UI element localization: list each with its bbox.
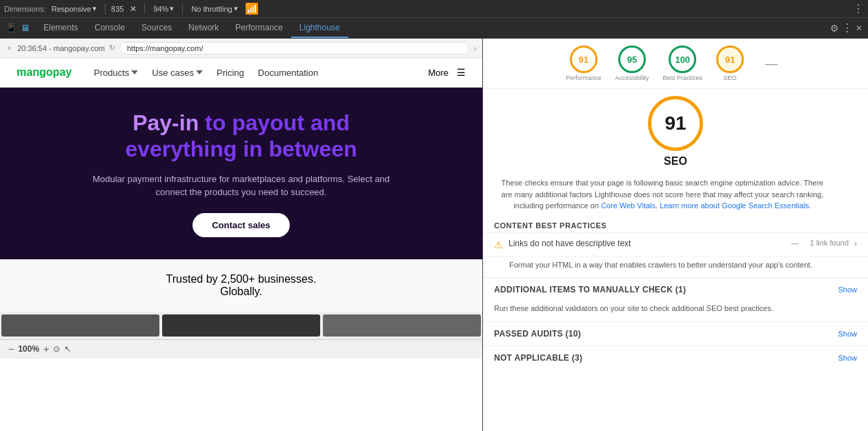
width-group: 835: [111, 5, 124, 13]
audit-separator: —: [791, 239, 799, 247]
browser-bar: ＋ 20:36:54 - mangopay.com ↻ https://mang…: [0, 39, 482, 58]
wifi-icon[interactable]: 📶: [245, 2, 259, 15]
audit-row-links[interactable]: ⚠ Links do not have descriptive text — 1…: [483, 232, 868, 256]
device-desktop-icon[interactable]: 🖥: [21, 23, 30, 33]
fail-dash: —: [765, 57, 778, 71]
not-applicable-label: NOT APPLICABLE (3): [494, 353, 582, 363]
additional-items-desc: Run these additional validators on your …: [483, 301, 868, 321]
chevron-down-icon-scale: ▾: [170, 4, 174, 13]
score-seo[interactable]: 91 SEO: [716, 46, 744, 81]
fit-screen-button[interactable]: ⊙: [53, 344, 60, 354]
browser-preview-panel: ＋ 20:36:54 - mangopay.com ↻ https://mang…: [0, 39, 483, 431]
performance-value: 91: [578, 54, 588, 65]
close-width-button[interactable]: ✕: [128, 3, 139, 14]
seo-score-label: SEO: [724, 74, 737, 81]
strip-item-1: [1, 314, 159, 337]
scale-select[interactable]: 94% ▾: [150, 3, 177, 14]
chevron-down-icon-products: [131, 69, 138, 76]
cursor-mode-button[interactable]: ↖: [64, 344, 71, 354]
tab-console[interactable]: Console: [86, 18, 133, 38]
zoom-bar: − 100% + ⊙ ↖: [0, 339, 482, 359]
content-best-practices-header: CONTENT BEST PRACTICES: [483, 216, 868, 232]
additional-items-label: ADDITIONAL ITEMS TO MANUALLY CHECK (1): [494, 285, 686, 294]
tab-elements[interactable]: Elements: [35, 18, 86, 38]
tab-network[interactable]: Network: [180, 18, 227, 38]
width-value: 835: [111, 5, 124, 13]
nav-more-label[interactable]: More: [428, 68, 448, 78]
passed-audits-show[interactable]: Show: [838, 330, 857, 338]
forward-icon[interactable]: ›: [473, 43, 477, 54]
performance-circle: 91: [570, 46, 598, 73]
score-performance[interactable]: 91 Performance: [566, 46, 602, 81]
strip-item-3: [323, 314, 481, 337]
not-applicable-show[interactable]: Show: [838, 354, 857, 362]
settings-icon[interactable]: ⚙: [830, 23, 839, 34]
devtools-toolbar: Dimensions: Responsive ▾ 835 ✕ 94% ▾ No …: [0, 0, 868, 18]
best-practices-value: 100: [675, 54, 690, 65]
performance-label: Performance: [566, 74, 602, 81]
dimensions-select[interactable]: Responsive ▾: [49, 3, 99, 14]
tab-performance[interactable]: Performance: [227, 18, 291, 38]
learn-more-link[interactable]: Learn more about Google Search Essential…: [660, 201, 809, 210]
lighthouse-panel: 91 Performance 95 Accessibility 100 Best…: [483, 39, 868, 431]
hero-title: Pay-in Pay-in to payout and to payout an…: [125, 110, 357, 163]
add-frame-icon[interactable]: ＋: [6, 43, 13, 53]
score-accessibility[interactable]: 95 Accessibility: [615, 46, 649, 81]
throttling-select[interactable]: No throttling ▾: [188, 3, 240, 14]
nav-use-cases-label: Use cases: [152, 68, 194, 78]
zoom-in-button[interactable]: +: [43, 343, 49, 354]
additional-items-show[interactable]: Show: [838, 285, 857, 294]
accessibility-value: 95: [627, 54, 637, 65]
tab-lighthouse[interactable]: Lighthouse: [291, 18, 348, 38]
nav-pricing[interactable]: Pricing: [217, 68, 244, 78]
device-toolbar-group: Dimensions: Responsive ▾: [4, 3, 99, 14]
website-nav: mangopay Products Use cases Pricing Docu…: [0, 58, 482, 88]
hero-section: Pay-in Pay-in to payout and to payout an…: [0, 88, 482, 259]
chevron-down-icon-throttle: ▾: [234, 4, 238, 13]
device-mobile-icon[interactable]: 📱: [6, 23, 17, 33]
hero-line2: everything in between: [125, 137, 357, 161]
additional-items-row[interactable]: ADDITIONAL ITEMS TO MANUALLY CHECK (1) S…: [483, 277, 868, 301]
toolbar-separator-3: [182, 3, 183, 14]
nav-documentation[interactable]: Documentation: [258, 68, 318, 78]
bottom-images-strip: [0, 312, 482, 339]
chevron-down-icon-use-cases: [196, 69, 203, 76]
trusted-title: Trusted by 2,500+ businesses. Globally.: [28, 273, 455, 298]
trusted-section: Trusted by 2,500+ businesses. Globally.: [0, 259, 482, 312]
seo-value: 91: [725, 54, 735, 65]
big-score-value: 91: [664, 112, 686, 134]
trusted-subtitle: Globally.: [220, 285, 262, 297]
nav-products[interactable]: Products: [94, 68, 138, 78]
dimensions-value: Responsive: [52, 5, 91, 13]
trusted-text: Trusted by 2,500+ businesses.: [166, 273, 317, 285]
nav-use-cases[interactable]: Use cases: [152, 68, 203, 78]
seo-description: These checks ensure that your page is fo…: [497, 177, 828, 212]
audit-description: Format your HTML in a way that enables c…: [483, 256, 868, 278]
seo-circle: 91: [716, 46, 744, 73]
core-web-vitals-link[interactable]: Core Web Vitals: [601, 201, 655, 210]
hamburger-icon[interactable]: ☰: [457, 67, 466, 78]
main-layout: ＋ 20:36:54 - mangopay.com ↻ https://mang…: [0, 39, 868, 431]
passed-audits-label: PASSED AUDITS (10): [494, 329, 581, 339]
tab-sources[interactable]: Sources: [133, 18, 180, 38]
best-practices-circle: 100: [669, 46, 696, 73]
contact-sales-button[interactable]: Contact sales: [193, 213, 290, 237]
score-badges-row: 91 Performance 95 Accessibility 100 Best…: [483, 39, 868, 89]
close-devtools-icon[interactable]: ✕: [856, 23, 862, 33]
logo-text: mangopay: [17, 66, 72, 78]
url-bar[interactable]: https://mangopay.com/: [119, 42, 469, 54]
nav-cta: More ☰: [428, 67, 466, 78]
big-score-label: SEO: [664, 155, 687, 168]
score-best-practices[interactable]: 100 Best Practices: [663, 46, 703, 81]
nav-documentation-label: Documentation: [258, 68, 318, 78]
zoom-out-button[interactable]: −: [8, 343, 14, 354]
refresh-icon[interactable]: ↻: [109, 43, 115, 52]
big-score-circle: 91: [648, 96, 703, 151]
toolbar-separator-2: [144, 3, 145, 14]
time-display: 20:36:54 - mangopay.com: [17, 44, 105, 52]
overflow-icon[interactable]: ⋮: [842, 21, 853, 34]
more-options-icon[interactable]: ⋮: [853, 2, 864, 15]
passed-audits-row[interactable]: PASSED AUDITS (10) Show: [483, 321, 868, 345]
audit-badge: 1 link found: [810, 239, 849, 247]
not-applicable-row[interactable]: NOT APPLICABLE (3) Show: [483, 345, 868, 370]
